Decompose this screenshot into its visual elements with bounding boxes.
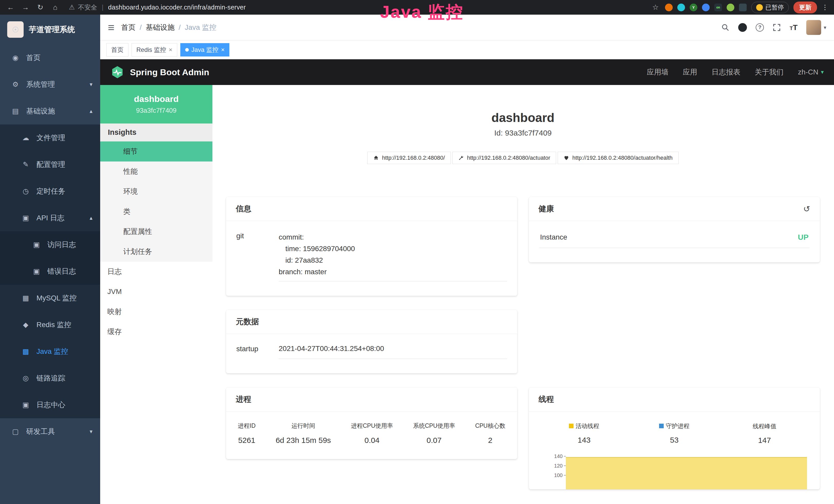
sba-brand[interactable]: Spring Boot Admin bbox=[110, 65, 209, 79]
help-icon[interactable]: ? bbox=[756, 23, 764, 31]
home-icon[interactable]: ⌂ bbox=[50, 3, 60, 12]
sba-item-details[interactable]: 细节 bbox=[100, 141, 213, 161]
sba-item-environment[interactable]: 环境 bbox=[100, 182, 213, 202]
tab-java-monitor[interactable]: Java 监控 × bbox=[180, 43, 229, 56]
breadcrumb-home[interactable]: 首页 bbox=[121, 23, 136, 32]
metadata-card-title: 元数据 bbox=[236, 317, 259, 327]
address-bar[interactable]: ⚠ 不安全 | dashboard.yudao.iocoder.cn/infra… bbox=[69, 3, 246, 12]
infrastructure-submenu: ☁ 文件管理 ✎ 配置管理 ◷ 定时任务 ▣ API 日志 ▴ ▣ 访问日志 ▣ bbox=[0, 124, 100, 418]
sba-nav-journal[interactable]: 日志报表 bbox=[712, 67, 741, 77]
sidebar-item-dev-tools[interactable]: ▢ 研发工具 ▾ bbox=[0, 418, 100, 445]
cards-grid: 信息 git commit: time: 1596289704000 id: 2… bbox=[226, 197, 820, 489]
breadcrumb-infrastructure[interactable]: 基础设施 bbox=[146, 23, 174, 32]
user-menu[interactable]: ▾ bbox=[806, 20, 826, 35]
layers-icon: ◆ bbox=[21, 321, 31, 329]
extension-icon-on[interactable]: on bbox=[714, 4, 722, 11]
axis-tick: 100 bbox=[549, 473, 566, 482]
browser-menu-icon[interactable]: ⋮ bbox=[822, 3, 828, 11]
git-id-line: id: 27aa832 bbox=[279, 254, 507, 266]
extension-icon-2[interactable] bbox=[677, 4, 685, 11]
sba-app-header[interactable]: dashboard 93a3fc7f7409 bbox=[100, 85, 213, 123]
github-icon[interactable] bbox=[738, 23, 747, 32]
sidebar-item-file-mgmt[interactable]: ☁ 文件管理 bbox=[0, 124, 100, 151]
sidebar-item-log-center[interactable]: ▣ 日志中心 bbox=[0, 392, 100, 418]
process-table: 进程ID 5261 运行时间 6d 23h 15m 59s 进程CPU使用率 0… bbox=[236, 422, 507, 445]
col-value: 2 bbox=[475, 436, 505, 445]
sba-nav-wallboard[interactable]: 应用墙 bbox=[647, 67, 668, 77]
sidebar-item-system-mgmt[interactable]: ⚙ 系统管理 ▾ bbox=[0, 71, 100, 98]
address-divider: | bbox=[102, 4, 104, 11]
database-icon: ▦ bbox=[21, 294, 31, 302]
bookmark-star-icon[interactable]: ☆ bbox=[651, 3, 660, 12]
sba-item-classes[interactable]: 类 bbox=[100, 202, 213, 222]
sba-app-id: 93a3fc7f7409 bbox=[136, 107, 177, 115]
extension-icon-4[interactable] bbox=[702, 4, 710, 11]
forward-icon[interactable]: → bbox=[21, 3, 30, 12]
sba-nav-applications[interactable]: 应用 bbox=[683, 67, 697, 77]
sidebar-item-access-logs[interactable]: ▣ 访问日志 bbox=[0, 231, 100, 258]
sidebar-item-label: 日志中心 bbox=[37, 400, 92, 410]
navbar-right-icons: ? TT ▾ bbox=[721, 20, 826, 35]
search-icon[interactable] bbox=[721, 23, 729, 31]
sidebar-item-infrastructure[interactable]: ▤ 基础设施 ▴ bbox=[0, 98, 100, 124]
sidebar-item-error-logs[interactable]: ▣ 错误日志 bbox=[0, 258, 100, 285]
tab-redis-monitor[interactable]: Redis 监控 × bbox=[132, 43, 177, 56]
actuator-url-link[interactable]: http://192.168.0.2:48080/actuator bbox=[452, 152, 556, 164]
sba-item-metrics[interactable]: 性能 bbox=[100, 161, 213, 182]
paused-badge[interactable]: 已暂停 bbox=[751, 2, 789, 13]
sidebar-item-config-mgmt[interactable]: ✎ 配置管理 bbox=[0, 151, 100, 178]
close-icon[interactable]: × bbox=[221, 46, 224, 53]
browser-right-cluster: ☆ Y on 已暂停 更新 ⋮ bbox=[651, 2, 828, 13]
health-url-link[interactable]: http://192.168.0.2:48080/actuator/health bbox=[557, 152, 678, 164]
sba-item-caches[interactable]: 缓存 bbox=[100, 322, 213, 342]
sidebar-item-api-logs[interactable]: ▣ API 日志 ▴ bbox=[0, 205, 100, 231]
language-selector[interactable]: zh-CN ▾ bbox=[798, 68, 824, 76]
sba-item-config-props[interactable]: 配置属性 bbox=[100, 222, 213, 242]
sidebar-item-redis-monitor[interactable]: ◆ Redis 监控 bbox=[0, 312, 100, 338]
extension-icon-1[interactable] bbox=[665, 4, 673, 11]
dashboard-icon: ◉ bbox=[10, 54, 21, 62]
legend-label: 守护进程 bbox=[666, 422, 689, 430]
legend-value: 147 bbox=[720, 436, 810, 445]
font-size-icon[interactable]: TT bbox=[790, 23, 797, 32]
tab-home[interactable]: 首页 bbox=[106, 43, 128, 56]
threads-legend: 活动线程 143 守护进程 53 bbox=[539, 422, 810, 445]
chevron-down-icon: ▾ bbox=[90, 81, 92, 88]
tags-bar: 首页 Redis 监控 × Java 监控 × bbox=[100, 40, 834, 59]
sba-nav-about[interactable]: 关于我们 bbox=[755, 67, 784, 77]
service-url-link[interactable]: http://192.168.0.2:48080/ bbox=[367, 152, 451, 164]
sba-item-jvm[interactable]: JVM bbox=[100, 282, 213, 302]
sidebar-item-label: 链路追踪 bbox=[37, 373, 92, 383]
sidebar-item-mysql-monitor[interactable]: ▦ MySQL 监控 bbox=[0, 285, 100, 312]
sba-item-logs[interactable]: 日志 bbox=[100, 261, 213, 282]
sidebar-item-tracing[interactable]: ◎ 链路追踪 bbox=[0, 365, 100, 392]
sidebar-item-home[interactable]: ◉ 首页 bbox=[0, 44, 100, 71]
sba-item-mappings[interactable]: 映射 bbox=[100, 302, 213, 322]
back-icon[interactable]: ← bbox=[6, 3, 16, 12]
health-card-body: Instance UP bbox=[529, 221, 820, 262]
fullscreen-icon[interactable] bbox=[773, 23, 781, 31]
process-col-pid: 进程ID 5261 bbox=[238, 422, 256, 445]
sba-body: dashboard 93a3fc7f7409 Insights 细节 性能 环境… bbox=[100, 85, 834, 504]
puzzle-extensions-icon[interactable] bbox=[739, 4, 747, 11]
chevron-up-icon: ▴ bbox=[90, 108, 92, 115]
close-icon[interactable]: × bbox=[169, 46, 172, 53]
process-card-title: 进程 bbox=[236, 394, 251, 405]
process-col-proc-cpu: 进程CPU使用率 0.04 bbox=[351, 422, 393, 445]
legend-value: 53 bbox=[629, 436, 720, 444]
metadata-card-header: 元数据 bbox=[226, 310, 517, 334]
hamburger-icon[interactable]: ≡ bbox=[108, 21, 114, 34]
document-icon: ▣ bbox=[21, 214, 31, 222]
threads-card-body: 活动线程 143 守护进程 53 bbox=[529, 412, 820, 489]
sidebar-logo[interactable]: ☉ 芋道管理系统 bbox=[0, 15, 100, 44]
reload-icon[interactable]: ↻ bbox=[36, 3, 45, 12]
history-icon[interactable]: ↺ bbox=[803, 204, 810, 214]
instance-links: http://192.168.0.2:48080/ http://192.168… bbox=[226, 152, 820, 164]
sidebar-item-scheduled-tasks[interactable]: ◷ 定时任务 bbox=[0, 178, 100, 205]
sba-item-scheduled[interactable]: 计划任务 bbox=[100, 242, 213, 261]
sidebar-item-java-monitor[interactable]: ▩ Java 监控 bbox=[0, 338, 100, 365]
update-button[interactable]: 更新 bbox=[793, 2, 817, 13]
extension-icon-3[interactable]: Y bbox=[690, 4, 697, 11]
extension-icon-5[interactable] bbox=[727, 4, 734, 11]
health-card: 健康 ↺ Instance UP bbox=[529, 197, 820, 262]
